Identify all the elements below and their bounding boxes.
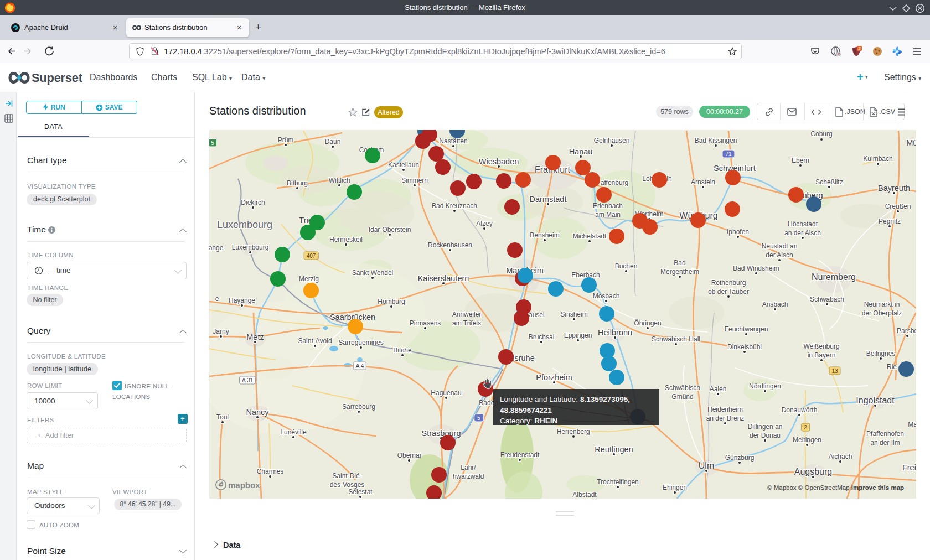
svg-text:2: 2 bbox=[858, 46, 860, 51]
svg-text:mapbox: mapbox bbox=[228, 480, 260, 490]
